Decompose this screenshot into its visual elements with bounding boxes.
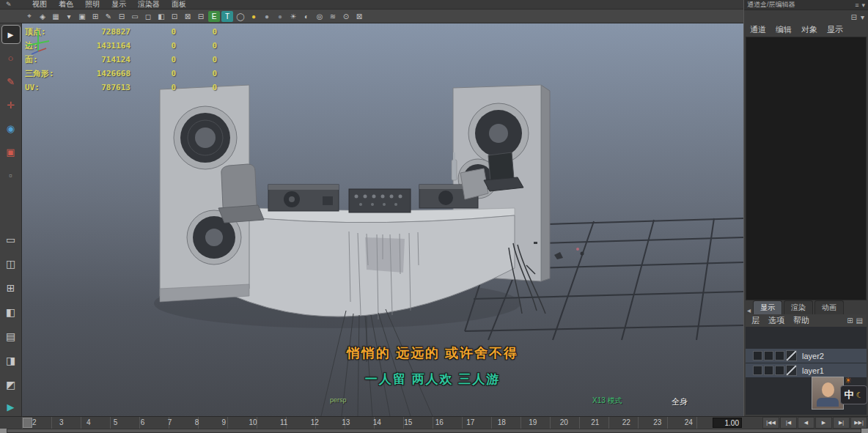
ime-indicator[interactable]: 中 ☾ xyxy=(840,385,867,404)
time-slider[interactable]: 23456789101112131415161718192021222324 1… xyxy=(0,416,868,429)
toolbar-icon[interactable]: ◧ xyxy=(155,11,167,22)
sun-icon: ☀ xyxy=(845,376,852,385)
layer-action-icon[interactable]: ⊞ xyxy=(847,317,853,325)
hud-col3: 0 xyxy=(176,67,217,81)
toolbar-icon[interactable]: ⊟ xyxy=(116,11,128,22)
toolbar-icon[interactable]: ▦ xyxy=(50,11,62,22)
playback-button[interactable]: |◀ xyxy=(780,417,797,429)
channel-box-menu-item[interactable]: 编辑 xyxy=(776,24,792,35)
frame-numbers[interactable]: 23456789101112131415161718192021222324 xyxy=(22,417,700,429)
layer-editor-menu-item[interactable]: 帮助 xyxy=(793,315,809,326)
channel-box-menu-item[interactable]: 显示 xyxy=(827,24,843,35)
toolbar-icon[interactable]: ◯ xyxy=(235,11,246,22)
channel-box-toolbar-icon[interactable]: ⊟ xyxy=(851,13,857,21)
tool-icon[interactable]: ✛ xyxy=(2,96,20,114)
toolbar-icon[interactable]: ⊠ xyxy=(182,11,194,22)
toolbar-icon[interactable]: ● xyxy=(261,11,273,22)
current-frame-marker[interactable] xyxy=(23,418,32,428)
toolbar-icon[interactable]: ⊡ xyxy=(169,11,180,22)
playback-button[interactable]: ▶ xyxy=(815,417,832,429)
current-time-field[interactable]: 1.00 xyxy=(713,418,742,428)
layout-shortcut-icon[interactable]: ◩ xyxy=(2,376,20,393)
panel-title: 通道盒/层编辑器 xyxy=(747,0,852,10)
panel-menu-item[interactable]: 着色 xyxy=(59,0,73,10)
panel-title-icon[interactable]: ▾ xyxy=(861,1,865,9)
toolbar-icon[interactable]: ◐ xyxy=(301,11,312,22)
tool-icon[interactable]: ✎ xyxy=(2,73,20,90)
layer-color-swatch[interactable] xyxy=(786,350,797,361)
layer-visibility-toggle[interactable] xyxy=(753,351,762,360)
hud-col2: 0 xyxy=(130,67,176,81)
layer-row[interactable]: layer2 xyxy=(746,349,867,363)
layer-color-swatch[interactable] xyxy=(786,365,797,376)
layer-editor-tab[interactable]: 渲染 xyxy=(784,300,813,314)
toolbar-icon[interactable]: ◻ xyxy=(142,11,154,22)
panel-menu-item[interactable]: 显示 xyxy=(111,0,126,10)
tool-icon[interactable]: ▫ xyxy=(2,166,20,184)
layer-action-icon[interactable]: ▤ xyxy=(856,317,863,325)
toolbar-icon[interactable]: ◎ xyxy=(314,11,326,22)
toolbar-icon[interactable]: ▭ xyxy=(129,11,141,22)
toolbar-icon[interactable]: ⊞ xyxy=(89,11,101,22)
toolbar-icon[interactable]: ◈ xyxy=(37,11,48,22)
toolbar-icon[interactable]: ● xyxy=(274,11,286,22)
layout-shortcut-icon[interactable]: ⊞ xyxy=(2,279,20,297)
tool-icon[interactable]: ▣ xyxy=(2,143,20,160)
viewport-canvas[interactable]: 顶点: 728827 0 0 边: 1431164 0 0 面: 714124 … xyxy=(22,23,743,416)
layout-shortcut-icon[interactable]: ◫ xyxy=(2,255,20,273)
playback-button[interactable]: ▶▶| xyxy=(850,417,867,429)
panel-menu-item[interactable]: 渲染器 xyxy=(138,0,160,10)
toolbar-icon[interactable]: ⌖ xyxy=(23,11,35,22)
panel-menu-item[interactable]: 照明 xyxy=(85,0,100,10)
channel-box-empty-area[interactable] xyxy=(746,37,867,300)
tool-icon[interactable]: ► xyxy=(2,26,20,43)
layer-visibility-toggle[interactable] xyxy=(753,366,762,375)
frame-number: 12 xyxy=(311,418,319,429)
layout-shortcut-icon[interactable]: ◧ xyxy=(2,303,20,321)
layout-shortcut-icon[interactable]: ▤ xyxy=(2,327,20,345)
channel-box-toolbar-icon[interactable]: ▾ xyxy=(861,13,864,21)
frame-number: 4 xyxy=(87,418,91,429)
range-start-handle[interactable] xyxy=(0,429,7,433)
layer-playback-toggle[interactable] xyxy=(764,366,773,375)
range-slider-bar[interactable] xyxy=(7,429,861,432)
layer-editor-tab[interactable]: 动画 xyxy=(814,300,844,314)
pencil-icon[interactable]: ✎ xyxy=(6,1,21,8)
toolbar-icon[interactable]: ▣ xyxy=(76,11,88,22)
toolbar-icon[interactable]: ⊠ xyxy=(353,11,365,22)
frame-number: 15 xyxy=(404,418,412,429)
tool-icon[interactable]: ○ xyxy=(2,49,20,67)
layer-editor-tab[interactable]: 显示 xyxy=(753,300,782,314)
collapse-arrow-icon[interactable]: ◂ xyxy=(747,306,751,314)
playback-button[interactable]: ◀ xyxy=(798,417,814,429)
toolbar-icon[interactable]: ⊙ xyxy=(340,11,352,22)
hypershade-icon[interactable]: ▶ xyxy=(2,398,20,415)
toolbar-icon[interactable]: ▾ xyxy=(63,11,75,22)
toolbar-icon[interactable]: ≋ xyxy=(327,11,339,22)
range-end-handle[interactable] xyxy=(861,429,868,433)
frame-number: 10 xyxy=(249,418,257,429)
channel-box-menu-item[interactable]: 通道 xyxy=(750,24,766,35)
playback-button[interactable]: |◀◀ xyxy=(762,417,779,429)
toolbar-icon[interactable]: E xyxy=(208,11,220,22)
layer-editor-menu-item[interactable]: 层 xyxy=(751,315,760,326)
toolbar-icon[interactable]: T xyxy=(221,11,233,22)
panel-menu-item[interactable]: 面板 xyxy=(172,0,186,10)
panel-titlebar: 通道盒/层编辑器 ≡▾ xyxy=(744,0,868,10)
toolbar-icon[interactable]: ☀ xyxy=(287,11,299,22)
tool-icon[interactable]: ◉ xyxy=(2,119,20,137)
layer-display-toggle[interactable] xyxy=(775,351,784,360)
layer-display-toggle[interactable] xyxy=(775,366,784,375)
panel-title-icon[interactable]: ≡ xyxy=(855,1,858,9)
toolbar-icon[interactable]: ✎ xyxy=(103,11,114,22)
layout-shortcut-icon[interactable]: ▭ xyxy=(2,231,20,248)
toolbar-icon[interactable]: ● xyxy=(248,11,260,22)
layer-editor-menu-item[interactable]: 选项 xyxy=(768,315,784,326)
panel-menu-item[interactable]: 视图 xyxy=(32,0,47,10)
range-slider[interactable] xyxy=(0,429,868,433)
channel-box-menu-item[interactable]: 对象 xyxy=(801,24,817,35)
playback-button[interactable]: ▶| xyxy=(833,417,850,429)
layout-shortcut-icon[interactable]: ◨ xyxy=(2,352,20,369)
toolbar-icon[interactable]: ⊟ xyxy=(195,11,207,22)
layer-playback-toggle[interactable] xyxy=(764,351,773,360)
